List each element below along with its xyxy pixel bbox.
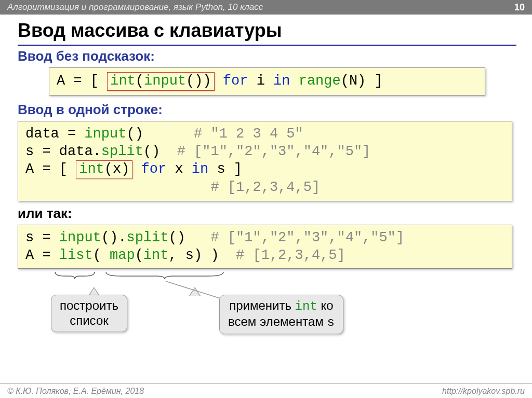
code-line: s = input().split() # ["1","2","3","4","…	[25, 229, 504, 247]
course-title: Алгоритмизация и программирование, язык …	[7, 2, 263, 12]
boxed-highlight: int(input())	[107, 72, 214, 91]
footer-url: http://kpolyakov.spb.ru	[442, 387, 525, 396]
callouts-area: построить список применить int ко всем э…	[18, 272, 516, 334]
code-comment: # ["1","2","3","4","5"]	[210, 230, 404, 245]
brace-icon	[105, 271, 224, 280]
code-fn: list	[59, 248, 93, 263]
section1-heading: Ввод без подсказок:	[18, 48, 516, 64]
boxed-highlight: int(x)	[76, 160, 132, 179]
slide-content: Ввод массива с клавиатуры Ввод без подск…	[0, 15, 532, 334]
code-fn: input	[144, 73, 186, 89]
code-fn: int	[79, 161, 104, 177]
callout-text: всем элементам s	[228, 314, 335, 331]
code-text: (	[93, 248, 110, 263]
code-line: data = input() # "1 2 3 4 5"	[25, 126, 504, 143]
section2-heading: Ввод в одной строке:	[18, 102, 516, 118]
code-fn: range	[299, 73, 341, 89]
copyright: © К.Ю. Поляков, Е.А. Ерёмин, 2018	[7, 387, 144, 396]
slide-title: Ввод массива с клавиатуры	[18, 20, 516, 46]
code-comment: # [1,2,3,4,5]	[236, 248, 345, 263]
callout-text: применить int ко	[228, 298, 335, 314]
code-line: # [1,2,3,4,5]	[25, 179, 504, 197]
code-comment: # "1 2 3 4 5"	[194, 126, 303, 142]
code-fn: split	[126, 230, 168, 245]
code-text: A =	[25, 248, 59, 263]
code-kw: in	[273, 73, 290, 89]
code-text: (	[135, 248, 143, 263]
svg-line-0	[166, 281, 220, 298]
callout-box-1: построить список	[51, 295, 127, 332]
page-number: 10	[514, 2, 525, 13]
code-kw: in	[192, 161, 208, 177]
code-text: s =	[25, 230, 59, 245]
code-kw: for	[223, 73, 248, 89]
code-fn: input	[59, 230, 101, 245]
code-text: data =	[25, 126, 84, 142]
code-text: , s) )	[168, 248, 219, 263]
connector-line	[163, 280, 225, 301]
header-bar: Алгоритмизация и программирование, язык …	[0, 0, 532, 15]
code-block-3: s = input().split() # ["1","2","3","4","…	[18, 225, 512, 269]
code-text: A = [	[57, 73, 107, 89]
code-text: (x)	[104, 161, 130, 177]
code-fn: map	[110, 248, 135, 263]
code-block-2: data = input() # "1 2 3 4 5" s = data.sp…	[18, 121, 512, 201]
code-block-1: A = [ int(input()) for i in range(N) ]	[49, 67, 485, 95]
code-text: ().	[101, 230, 127, 245]
code-text: s = data.	[25, 144, 101, 159]
callout-box-2: применить int ко всем элементам s	[219, 295, 343, 334]
code-line: A = [ int(x) for x in s ]	[25, 160, 504, 179]
code-comment: # [1,2,3,4,5]	[210, 180, 320, 195]
code-text: ()	[126, 126, 143, 142]
callout-text: построить	[60, 298, 118, 313]
footer-bar: © К.Ю. Поляков, Е.А. Ерёмин, 2018 http:/…	[0, 383, 532, 398]
code-text: A = [	[25, 161, 76, 177]
callout-text: список	[60, 313, 118, 328]
code-fn: input	[84, 126, 126, 142]
code-text: ()	[143, 144, 160, 159]
code-line: s = data.split() # ["1","2","3","4","5"]	[25, 143, 504, 161]
code-fn: split	[101, 144, 143, 159]
code-kw: for	[141, 161, 167, 177]
code-line: A = list( map(int, s) ) # [1,2,3,4,5]	[25, 247, 504, 265]
code-fn: int	[110, 73, 136, 89]
code-comment: # ["1","2","3","4","5"]	[177, 144, 371, 159]
brace-icon	[54, 271, 96, 280]
code-text: ()	[168, 230, 185, 245]
or-label: или так:	[18, 205, 516, 222]
code-fn: int	[143, 248, 169, 263]
